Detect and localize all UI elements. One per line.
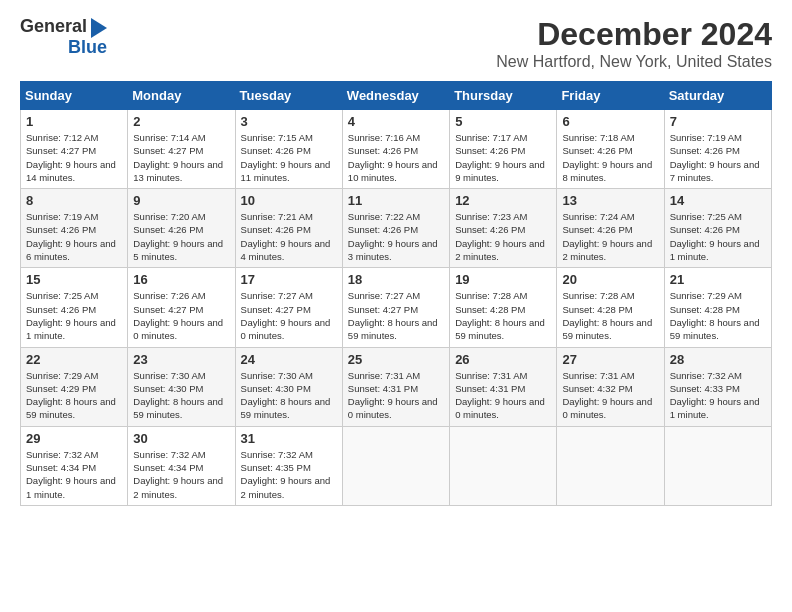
calendar-day-5: 5Sunrise: 7:17 AMSunset: 4:26 PMDaylight… bbox=[450, 110, 557, 189]
day-info: Sunrise: 7:31 AMSunset: 4:31 PMDaylight:… bbox=[348, 369, 444, 422]
day-number: 10 bbox=[241, 193, 337, 208]
day-info: Sunrise: 7:19 AMSunset: 4:26 PMDaylight:… bbox=[670, 131, 766, 184]
day-number: 18 bbox=[348, 272, 444, 287]
calendar-day-30: 30Sunrise: 7:32 AMSunset: 4:34 PMDayligh… bbox=[128, 426, 235, 505]
day-number: 9 bbox=[133, 193, 229, 208]
empty-cell bbox=[664, 426, 771, 505]
calendar-week-1: 1Sunrise: 7:12 AMSunset: 4:27 PMDaylight… bbox=[21, 110, 772, 189]
day-info: Sunrise: 7:25 AMSunset: 4:26 PMDaylight:… bbox=[26, 289, 122, 342]
day-number: 30 bbox=[133, 431, 229, 446]
calendar-day-24: 24Sunrise: 7:30 AMSunset: 4:30 PMDayligh… bbox=[235, 347, 342, 426]
day-info: Sunrise: 7:21 AMSunset: 4:26 PMDaylight:… bbox=[241, 210, 337, 263]
calendar-day-23: 23Sunrise: 7:30 AMSunset: 4:30 PMDayligh… bbox=[128, 347, 235, 426]
day-info: Sunrise: 7:26 AMSunset: 4:27 PMDaylight:… bbox=[133, 289, 229, 342]
day-info: Sunrise: 7:29 AMSunset: 4:28 PMDaylight:… bbox=[670, 289, 766, 342]
day-info: Sunrise: 7:14 AMSunset: 4:27 PMDaylight:… bbox=[133, 131, 229, 184]
calendar-header-saturday: Saturday bbox=[664, 82, 771, 110]
day-number: 26 bbox=[455, 352, 551, 367]
day-info: Sunrise: 7:31 AMSunset: 4:31 PMDaylight:… bbox=[455, 369, 551, 422]
day-info: Sunrise: 7:16 AMSunset: 4:26 PMDaylight:… bbox=[348, 131, 444, 184]
day-number: 23 bbox=[133, 352, 229, 367]
calendar-day-16: 16Sunrise: 7:26 AMSunset: 4:27 PMDayligh… bbox=[128, 268, 235, 347]
day-number: 2 bbox=[133, 114, 229, 129]
day-number: 28 bbox=[670, 352, 766, 367]
day-number: 15 bbox=[26, 272, 122, 287]
day-number: 4 bbox=[348, 114, 444, 129]
day-number: 27 bbox=[562, 352, 658, 367]
day-number: 22 bbox=[26, 352, 122, 367]
calendar-day-27: 27Sunrise: 7:31 AMSunset: 4:32 PMDayligh… bbox=[557, 347, 664, 426]
day-info: Sunrise: 7:30 AMSunset: 4:30 PMDaylight:… bbox=[241, 369, 337, 422]
calendar-day-12: 12Sunrise: 7:23 AMSunset: 4:26 PMDayligh… bbox=[450, 189, 557, 268]
page-subtitle: New Hartford, New York, United States bbox=[496, 53, 772, 71]
logo: General Blue bbox=[20, 16, 107, 58]
calendar-day-18: 18Sunrise: 7:27 AMSunset: 4:27 PMDayligh… bbox=[342, 268, 449, 347]
day-info: Sunrise: 7:22 AMSunset: 4:26 PMDaylight:… bbox=[348, 210, 444, 263]
day-info: Sunrise: 7:19 AMSunset: 4:26 PMDaylight:… bbox=[26, 210, 122, 263]
calendar-day-9: 9Sunrise: 7:20 AMSunset: 4:26 PMDaylight… bbox=[128, 189, 235, 268]
calendar-day-8: 8Sunrise: 7:19 AMSunset: 4:26 PMDaylight… bbox=[21, 189, 128, 268]
calendar-day-13: 13Sunrise: 7:24 AMSunset: 4:26 PMDayligh… bbox=[557, 189, 664, 268]
empty-cell bbox=[342, 426, 449, 505]
day-info: Sunrise: 7:25 AMSunset: 4:26 PMDaylight:… bbox=[670, 210, 766, 263]
day-info: Sunrise: 7:32 AMSunset: 4:34 PMDaylight:… bbox=[26, 448, 122, 501]
title-block: December 2024 New Hartford, New York, Un… bbox=[496, 16, 772, 71]
calendar-day-29: 29Sunrise: 7:32 AMSunset: 4:34 PMDayligh… bbox=[21, 426, 128, 505]
day-number: 7 bbox=[670, 114, 766, 129]
day-number: 14 bbox=[670, 193, 766, 208]
day-number: 5 bbox=[455, 114, 551, 129]
page-header: General Blue December 2024 New Hartford,… bbox=[20, 16, 772, 71]
empty-cell bbox=[557, 426, 664, 505]
day-number: 3 bbox=[241, 114, 337, 129]
calendar-day-3: 3Sunrise: 7:15 AMSunset: 4:26 PMDaylight… bbox=[235, 110, 342, 189]
calendar-day-1: 1Sunrise: 7:12 AMSunset: 4:27 PMDaylight… bbox=[21, 110, 128, 189]
calendar-header-thursday: Thursday bbox=[450, 82, 557, 110]
day-number: 24 bbox=[241, 352, 337, 367]
calendar-header-monday: Monday bbox=[128, 82, 235, 110]
day-info: Sunrise: 7:28 AMSunset: 4:28 PMDaylight:… bbox=[455, 289, 551, 342]
calendar-day-17: 17Sunrise: 7:27 AMSunset: 4:27 PMDayligh… bbox=[235, 268, 342, 347]
calendar-day-2: 2Sunrise: 7:14 AMSunset: 4:27 PMDaylight… bbox=[128, 110, 235, 189]
day-info: Sunrise: 7:31 AMSunset: 4:32 PMDaylight:… bbox=[562, 369, 658, 422]
calendar-day-25: 25Sunrise: 7:31 AMSunset: 4:31 PMDayligh… bbox=[342, 347, 449, 426]
calendar-day-10: 10Sunrise: 7:21 AMSunset: 4:26 PMDayligh… bbox=[235, 189, 342, 268]
calendar-day-6: 6Sunrise: 7:18 AMSunset: 4:26 PMDaylight… bbox=[557, 110, 664, 189]
day-info: Sunrise: 7:23 AMSunset: 4:26 PMDaylight:… bbox=[455, 210, 551, 263]
calendar-day-19: 19Sunrise: 7:28 AMSunset: 4:28 PMDayligh… bbox=[450, 268, 557, 347]
empty-cell bbox=[450, 426, 557, 505]
day-info: Sunrise: 7:17 AMSunset: 4:26 PMDaylight:… bbox=[455, 131, 551, 184]
calendar-day-21: 21Sunrise: 7:29 AMSunset: 4:28 PMDayligh… bbox=[664, 268, 771, 347]
calendar-day-14: 14Sunrise: 7:25 AMSunset: 4:26 PMDayligh… bbox=[664, 189, 771, 268]
calendar-week-2: 8Sunrise: 7:19 AMSunset: 4:26 PMDaylight… bbox=[21, 189, 772, 268]
calendar-table: SundayMondayTuesdayWednesdayThursdayFrid… bbox=[20, 81, 772, 506]
page-title: December 2024 bbox=[496, 16, 772, 53]
calendar-day-4: 4Sunrise: 7:16 AMSunset: 4:26 PMDaylight… bbox=[342, 110, 449, 189]
day-number: 8 bbox=[26, 193, 122, 208]
day-number: 16 bbox=[133, 272, 229, 287]
day-info: Sunrise: 7:29 AMSunset: 4:29 PMDaylight:… bbox=[26, 369, 122, 422]
logo-arrow-icon bbox=[91, 18, 107, 38]
day-info: Sunrise: 7:32 AMSunset: 4:35 PMDaylight:… bbox=[241, 448, 337, 501]
calendar-day-22: 22Sunrise: 7:29 AMSunset: 4:29 PMDayligh… bbox=[21, 347, 128, 426]
calendar-header-row: SundayMondayTuesdayWednesdayThursdayFrid… bbox=[21, 82, 772, 110]
day-number: 11 bbox=[348, 193, 444, 208]
calendar-week-3: 15Sunrise: 7:25 AMSunset: 4:26 PMDayligh… bbox=[21, 268, 772, 347]
day-number: 20 bbox=[562, 272, 658, 287]
calendar-day-15: 15Sunrise: 7:25 AMSunset: 4:26 PMDayligh… bbox=[21, 268, 128, 347]
calendar-day-28: 28Sunrise: 7:32 AMSunset: 4:33 PMDayligh… bbox=[664, 347, 771, 426]
day-number: 31 bbox=[241, 431, 337, 446]
calendar-week-5: 29Sunrise: 7:32 AMSunset: 4:34 PMDayligh… bbox=[21, 426, 772, 505]
day-number: 12 bbox=[455, 193, 551, 208]
day-number: 6 bbox=[562, 114, 658, 129]
logo-text-general: General bbox=[20, 17, 87, 37]
day-info: Sunrise: 7:24 AMSunset: 4:26 PMDaylight:… bbox=[562, 210, 658, 263]
day-number: 1 bbox=[26, 114, 122, 129]
calendar-day-31: 31Sunrise: 7:32 AMSunset: 4:35 PMDayligh… bbox=[235, 426, 342, 505]
day-number: 25 bbox=[348, 352, 444, 367]
calendar-day-20: 20Sunrise: 7:28 AMSunset: 4:28 PMDayligh… bbox=[557, 268, 664, 347]
day-info: Sunrise: 7:30 AMSunset: 4:30 PMDaylight:… bbox=[133, 369, 229, 422]
day-info: Sunrise: 7:15 AMSunset: 4:26 PMDaylight:… bbox=[241, 131, 337, 184]
logo-text-blue: Blue bbox=[68, 38, 107, 58]
calendar-header-wednesday: Wednesday bbox=[342, 82, 449, 110]
day-number: 29 bbox=[26, 431, 122, 446]
